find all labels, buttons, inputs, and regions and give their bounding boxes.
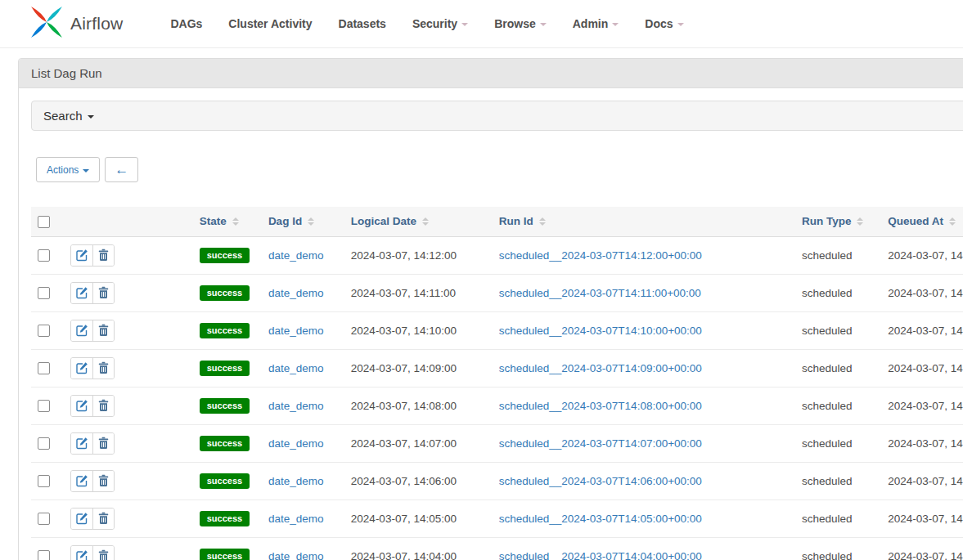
queued-at-cell: 2024-03-07, 14:11:00 [881,311,963,349]
row-actions [70,357,115,379]
nav-item-dags[interactable]: DAGs [157,9,215,38]
dag-id-link[interactable]: date_demo [268,362,324,374]
column-header-logical-date[interactable]: Logical Date [351,215,429,227]
row-actions [70,320,115,342]
delete-record-button[interactable] [92,320,114,341]
row-checkbox[interactable] [38,400,50,412]
table-row: success date_demo 2024-03-07, 14:12:00 s… [31,236,963,274]
airflow-app: Airflow DAGs Cluster Activity Datasets S… [0,0,963,560]
run-type-cell: scheduled [795,311,881,349]
delete-record-button[interactable] [92,546,114,560]
dag-run-panel: List Dag Run Search Actions ← [18,58,963,560]
row-actions [70,432,115,455]
back-button[interactable]: ← [105,157,138,182]
row-checkbox[interactable] [38,287,50,299]
nav-item-admin[interactable]: Admin [560,9,632,38]
row-checkbox[interactable] [38,249,50,262]
main-nav: DAGs Cluster Activity Datasets Security … [157,9,696,38]
row-checkbox[interactable] [38,437,50,450]
nav-item-browse[interactable]: Browse [481,9,560,38]
dag-id-link[interactable]: date_demo [268,475,324,487]
trash-icon [97,474,110,487]
dag-id-link[interactable]: date_demo [268,249,324,262]
page-title: List Dag Run [19,59,963,88]
nav-item-docs[interactable]: Docs [632,9,696,38]
edit-record-button[interactable] [71,546,92,560]
edit-icon [75,361,88,374]
run-id-link[interactable]: scheduled__2024-03-07T14:09:00+00:00 [499,362,702,374]
run-id-link[interactable]: scheduled__2024-03-07T14:04:00+00:00 [499,550,702,560]
nav-item-datasets[interactable]: Datasets [326,9,399,38]
delete-record-button[interactable] [92,508,114,529]
edit-record-button[interactable] [71,471,92,491]
dag-id-link[interactable]: date_demo [268,550,324,560]
row-checkbox[interactable] [38,475,50,487]
select-all-checkbox[interactable] [38,216,50,228]
row-checkbox[interactable] [38,325,50,337]
chevron-down-icon [612,23,619,26]
row-checkbox[interactable] [38,362,50,374]
airflow-brand[interactable]: Airflow [29,5,123,43]
row-actions [70,545,115,560]
dag-id-link[interactable]: date_demo [268,325,324,337]
dag-id-link[interactable]: date_demo [268,287,324,299]
dag-id-link[interactable]: date_demo [268,400,324,412]
edit-record-button[interactable] [71,396,92,416]
nav-label: DAGs [170,17,202,30]
queued-at-cell: 2024-03-07, 14:09:00 [881,387,963,424]
row-actions [70,244,115,267]
table-header-row: State Dag Id Logical Date Run Id Run Typ… [31,207,963,236]
nav-label: Datasets [339,17,386,30]
trash-icon [97,512,110,525]
delete-record-button[interactable] [92,358,114,379]
queued-at-cell: 2024-03-07, 14:06:00 [881,500,963,537]
delete-record-button[interactable] [92,245,114,266]
table-row: success date_demo 2024-03-07, 14:09:00 s… [31,349,963,387]
column-header-dag-id[interactable]: Dag Id [268,215,314,227]
run-type-cell: scheduled [795,537,881,560]
column-header-run-id[interactable]: Run Id [499,215,546,227]
nav-item-security[interactable]: Security [399,9,481,38]
edit-record-button[interactable] [71,320,92,341]
row-checkbox[interactable] [38,513,50,525]
delete-record-button[interactable] [92,433,114,454]
column-header-state[interactable]: State [200,215,239,227]
table-row: success date_demo 2024-03-07, 14:11:00 s… [31,274,963,311]
delete-record-button[interactable] [92,283,114,303]
run-id-link[interactable]: scheduled__2024-03-07T14:11:00+00:00 [499,287,701,299]
run-id-link[interactable]: scheduled__2024-03-07T14:12:00+00:00 [499,249,702,262]
search-accordion-toggle[interactable]: Search [31,101,963,131]
logical-date-cell: 2024-03-07, 14:11:00 [344,274,493,311]
row-checkbox[interactable] [38,550,50,560]
edit-icon [75,474,88,487]
column-header-queued-at[interactable]: Queued At [888,215,956,227]
edit-record-button[interactable] [71,358,92,379]
table-row: success date_demo 2024-03-07, 14:07:00 s… [31,424,963,462]
chevron-down-icon [540,23,547,26]
run-id-link[interactable]: scheduled__2024-03-07T14:06:00+00:00 [499,475,702,487]
run-type-cell: scheduled [795,349,881,387]
state-badge: success [200,436,250,451]
edit-record-button[interactable] [71,433,92,454]
run-id-link[interactable]: scheduled__2024-03-07T14:07:00+00:00 [499,437,702,450]
dag-id-link[interactable]: date_demo [268,513,324,525]
edit-record-button[interactable] [71,508,92,529]
nav-item-cluster-activity[interactable]: Cluster Activity [215,9,325,38]
queued-at-cell: 2024-03-07, 14:10:00 [881,349,963,387]
run-id-link[interactable]: scheduled__2024-03-07T14:08:00+00:00 [499,400,702,412]
edit-record-button[interactable] [71,283,92,303]
column-header-label: State [200,215,227,227]
delete-record-button[interactable] [92,471,114,491]
trash-icon [97,249,110,262]
run-id-link[interactable]: scheduled__2024-03-07T14:10:00+00:00 [499,325,702,337]
run-id-link[interactable]: scheduled__2024-03-07T14:05:00+00:00 [499,513,702,525]
state-badge: success [200,398,250,414]
table-row: success date_demo 2024-03-07, 14:05:00 s… [31,500,963,537]
edit-record-button[interactable] [71,245,92,266]
column-header-label: Run Id [499,215,533,227]
column-header-run-type[interactable]: Run Type [802,215,864,227]
actions-dropdown-button[interactable]: Actions [36,157,100,182]
dag-id-link[interactable]: date_demo [268,437,324,450]
delete-record-button[interactable] [92,396,114,416]
edit-icon [75,286,88,299]
